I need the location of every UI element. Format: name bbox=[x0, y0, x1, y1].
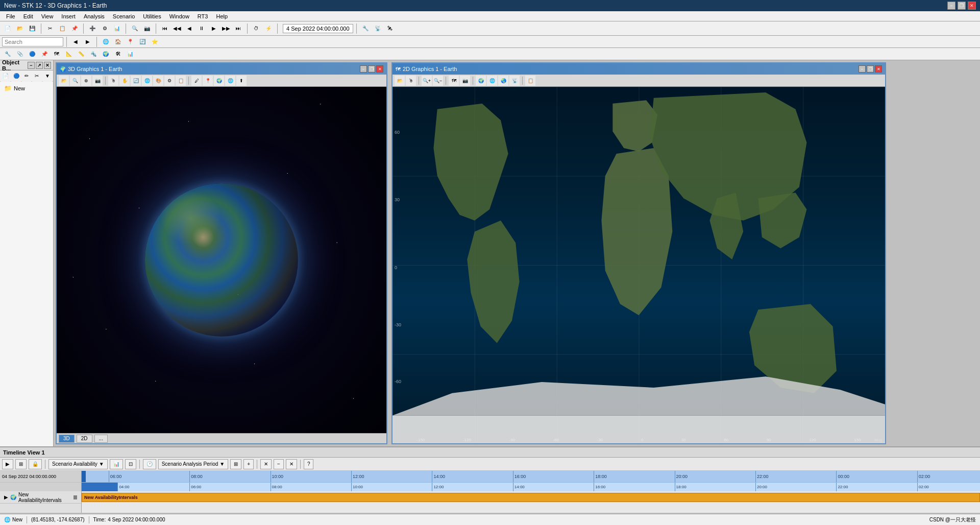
toolbar-btn-c[interactable]: 📍 bbox=[125, 36, 136, 47]
availability-bar[interactable]: New AvailabilityIntervals bbox=[82, 493, 980, 502]
tb3-btn-11[interactable]: 📊 bbox=[125, 49, 136, 60]
viewport-3d[interactable] bbox=[57, 87, 386, 433]
tl-play-btn[interactable]: ▶ bbox=[2, 459, 13, 469]
tl-fit-btn[interactable]: ⊞ bbox=[230, 459, 241, 469]
w3d-tb-10[interactable]: ⚙ bbox=[164, 76, 175, 86]
track-expand-icon[interactable]: ▶ bbox=[4, 494, 8, 500]
realtime-button[interactable]: ⏱ bbox=[251, 23, 262, 34]
w2d-tb-2[interactable]: 🖱 bbox=[406, 76, 416, 86]
tb3-btn-10[interactable]: 🛠 bbox=[112, 49, 124, 60]
window-3d-close[interactable]: ✕ bbox=[376, 65, 383, 73]
search-input[interactable] bbox=[2, 37, 63, 46]
w2d-tb-8[interactable]: 🌐 bbox=[487, 76, 497, 86]
tb3-btn-6[interactable]: 📐 bbox=[63, 49, 75, 60]
tl-sa-dropdown[interactable]: ▼ bbox=[99, 461, 104, 467]
viewport-2d[interactable]: 60 30 0 -30 -60 -150 -120 -90 -60 -30 0 … bbox=[393, 87, 885, 443]
ob-dropdown[interactable]: ▼ bbox=[43, 70, 52, 82]
animation-pause-button[interactable]: ⏸ bbox=[196, 23, 207, 34]
w3d-tb-8[interactable]: 🌐 bbox=[142, 76, 152, 86]
w2d-tb-9[interactable]: 🌏 bbox=[498, 76, 508, 86]
save-button[interactable]: 💾 bbox=[27, 23, 38, 34]
menu-view[interactable]: View bbox=[37, 11, 58, 21]
toolbar-btn-a[interactable]: 🌐 bbox=[100, 36, 111, 47]
menu-rt3[interactable]: RT3 bbox=[193, 11, 212, 21]
toolbar-btn-b[interactable]: 🏠 bbox=[112, 36, 124, 47]
track-area[interactable]: New AvailabilityIntervals bbox=[82, 491, 980, 513]
w3d-tb-5[interactable]: 🖱 bbox=[108, 76, 118, 86]
minimize-button[interactable]: − bbox=[947, 2, 955, 10]
tl-clear-btn[interactable]: ✕ bbox=[286, 459, 297, 469]
tb3-btn-5[interactable]: 🗺 bbox=[51, 49, 62, 60]
properties-btn[interactable]: ⚙ bbox=[99, 23, 110, 34]
w3d-tb-6[interactable]: ✋ bbox=[119, 76, 130, 86]
menu-analysis[interactable]: Analysis bbox=[80, 11, 109, 21]
w3d-tb-7[interactable]: 🔄 bbox=[131, 76, 141, 86]
panel-dock-btn[interactable]: ↗ bbox=[36, 62, 43, 69]
restore-button[interactable]: ❐ bbox=[958, 2, 966, 10]
w2d-tb-10[interactable]: 📡 bbox=[509, 76, 520, 86]
menu-utilities[interactable]: Utilities bbox=[139, 11, 165, 21]
camera-btn[interactable]: 📷 bbox=[141, 23, 153, 34]
panel-minimize-btn[interactable]: − bbox=[28, 62, 35, 69]
w3d-tb-15[interactable]: 🌐 bbox=[225, 76, 235, 86]
toolbar-btn-e[interactable]: ⭐ bbox=[149, 36, 160, 47]
ob-btn-2[interactable]: 🔵 bbox=[11, 70, 20, 82]
report-btn[interactable]: 📊 bbox=[111, 23, 122, 34]
w3d-tb-3[interactable]: ⊕ bbox=[81, 76, 91, 86]
toolbar-btn-d[interactable]: 🔄 bbox=[137, 36, 148, 47]
tl-scenario-analysis-btn[interactable]: Scenario Analysis Period ▼ bbox=[158, 459, 229, 469]
w2d-tb-6[interactable]: 📷 bbox=[460, 76, 470, 86]
paste-button[interactable]: 📌 bbox=[69, 23, 80, 34]
window-2d-restore[interactable]: ❐ bbox=[867, 65, 874, 73]
tl-graph-btn[interactable]: 📊 bbox=[110, 459, 123, 469]
w2d-tb-4[interactable]: 🔍− bbox=[433, 76, 443, 86]
menu-window[interactable]: Window bbox=[165, 11, 193, 21]
menu-insert[interactable]: Insert bbox=[57, 11, 80, 21]
tl-help-btn[interactable]: ? bbox=[304, 459, 314, 469]
extra-btn-2[interactable]: 📡 bbox=[372, 23, 383, 34]
menu-edit[interactable]: Edit bbox=[19, 11, 37, 21]
tab-3d[interactable]: 3D bbox=[59, 435, 75, 443]
window-3d-minimize[interactable]: − bbox=[360, 65, 367, 73]
tl-step-btn[interactable]: ⊞ bbox=[15, 459, 27, 469]
w3d-tb-14[interactable]: 🌍 bbox=[214, 76, 224, 86]
ob-btn-3[interactable]: ✏ bbox=[22, 70, 31, 82]
animation-play-back-button[interactable]: ◀ bbox=[184, 23, 195, 34]
menu-help[interactable]: Help bbox=[212, 11, 232, 21]
w2d-tb-7[interactable]: 🌍 bbox=[476, 76, 486, 86]
tb3-btn-1[interactable]: 🔧 bbox=[2, 49, 13, 60]
w3d-tb-9[interactable]: 🎨 bbox=[153, 76, 163, 86]
tb3-btn-9[interactable]: 🌍 bbox=[100, 49, 111, 60]
tl-zoom-in-btn[interactable]: + bbox=[243, 459, 254, 469]
ob-btn-1[interactable]: 📄 bbox=[1, 70, 10, 82]
tb3-btn-4[interactable]: 📌 bbox=[39, 49, 50, 60]
w3d-tb-2[interactable]: 🔍 bbox=[70, 76, 80, 86]
animation-step-back-button[interactable]: ◀◀ bbox=[172, 23, 183, 34]
menu-file[interactable]: File bbox=[2, 11, 19, 21]
tl-snap-btn[interactable]: ⊡ bbox=[125, 459, 136, 469]
tab-more[interactable]: ... bbox=[94, 435, 108, 443]
tree-item-new[interactable]: 📁 New bbox=[4, 84, 49, 93]
w3d-tb-16[interactable]: ⬆ bbox=[236, 76, 247, 86]
tb3-btn-3[interactable]: 🔵 bbox=[27, 49, 38, 60]
tl-sap-dropdown[interactable]: ▼ bbox=[219, 461, 225, 467]
window-2d-minimize[interactable]: − bbox=[859, 65, 866, 73]
ob-btn-4[interactable]: ✂ bbox=[32, 70, 41, 82]
cut-button[interactable]: ✂ bbox=[44, 23, 56, 34]
tab-2d[interactable]: 2D bbox=[77, 435, 92, 443]
tb3-btn-8[interactable]: 🔩 bbox=[88, 49, 99, 60]
tl-interval-btn[interactable]: 🕐 bbox=[143, 459, 156, 469]
back-button[interactable]: ◀ bbox=[70, 36, 81, 47]
extra-btn-1[interactable]: 🔧 bbox=[360, 23, 371, 34]
animation-end-button[interactable]: ⏭ bbox=[233, 23, 244, 34]
insert-btn[interactable]: ➕ bbox=[87, 23, 98, 34]
w3d-tb-11[interactable]: 📋 bbox=[176, 76, 186, 86]
w2d-tb-11[interactable]: 📋 bbox=[525, 76, 535, 86]
tl-del-btn[interactable]: ✕ bbox=[260, 459, 272, 469]
w3d-tb-1[interactable]: 📂 bbox=[59, 76, 69, 86]
forward-button[interactable]: ▶ bbox=[82, 36, 93, 47]
tb3-btn-7[interactable]: 📏 bbox=[76, 49, 87, 60]
timeline-cursor[interactable] bbox=[82, 471, 86, 482]
new-button[interactable]: 📄 bbox=[2, 23, 13, 34]
tb3-btn-2[interactable]: 📎 bbox=[14, 49, 26, 60]
